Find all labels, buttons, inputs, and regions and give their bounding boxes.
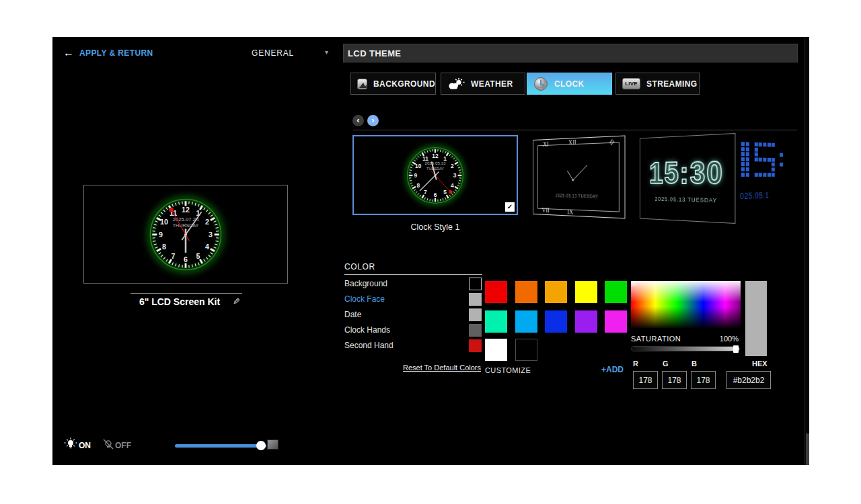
saturation-slider[interactable] [631,346,740,351]
preview-clock-day: THURSDAY [173,223,199,228]
svg-text:5: 5 [443,189,447,196]
tab-background-label: BACKGROUND [373,79,435,89]
live-icon: LIVE [622,78,640,89]
svg-text:9: 9 [159,230,163,238]
palette-swatch[interactable] [545,281,567,303]
reset-default-colors-link[interactable]: Reset To Default Colors [346,364,481,372]
g-input[interactable] [662,371,687,389]
general-dropdown[interactable]: GENERAL ▾ [241,45,328,61]
color-row-clock-hands[interactable]: Clock Hands [344,325,390,335]
backlight-on-icon[interactable] [64,437,77,455]
lcd-preview: 2025.07.24 THURSDAY 123456789101112 [83,185,288,284]
brightness-slider-thumb[interactable] [256,441,266,450]
svg-text:2: 2 [205,218,209,226]
palette-swatch[interactable] [605,310,627,333]
custom-swatch-empty[interactable] [515,339,537,361]
palette-swatch[interactable] [605,281,627,303]
carousel-prev-button[interactable]: ‹ [352,115,364,126]
tab-clock[interactable]: CLOCK [527,73,612,95]
saturation-slider-thumb[interactable] [733,345,739,353]
svg-text:2: 2 [451,162,454,169]
tab-background[interactable]: BACKGROUND [350,73,436,95]
digital-date: 2025.05.13 TUESDAY [654,196,717,204]
clock-icon [533,77,548,91]
apply-return-button[interactable]: ← APPLY & RETURN [63,48,153,58]
color-swatch-second-hand[interactable] [469,339,482,352]
device-label-divider [130,293,242,294]
svg-text:7: 7 [424,189,427,196]
svg-text:1: 1 [443,155,447,161]
svg-text:8: 8 [416,181,420,188]
clock-style-1-thumbnail[interactable]: 2025.05.13 TUESDAY 123456789101112 ✓ [352,135,518,215]
svg-text:4: 4 [205,243,209,251]
thumbnail-clock-preview: 2025.05.13 TUESDAY 123456789101112 [398,138,473,213]
color-swatch-date[interactable] [469,308,482,321]
color-swatch-clock-hands[interactable] [469,324,482,337]
color-section-divider [344,274,482,275]
svg-text:6: 6 [434,192,437,198]
svg-text:11: 11 [422,155,428,161]
hex-label: HEX [752,360,768,368]
device-name: 6" LCD Screen Kit [117,296,242,307]
hex-input[interactable] [726,371,771,389]
palette-swatch[interactable] [575,310,597,333]
brightness-slider[interactable] [175,444,266,448]
palette-swatch[interactable] [545,310,567,333]
color-row-date[interactable]: Date [344,310,361,319]
digital-time: 15:30 [649,153,724,192]
clock-style-4-thumbnail[interactable]: 025.05.1 [740,136,794,214]
tab-weather[interactable]: WEATHER [441,73,525,95]
current-color-bar [745,281,767,356]
preview-clock: 2025.07.24 THURSDAY 123456789101112 [138,187,233,282]
palette-swatch[interactable] [515,281,537,303]
svg-text:6: 6 [184,255,188,263]
chevron-down-icon: ▾ [325,48,328,56]
svg-text:8: 8 [162,243,166,251]
svg-text:10: 10 [415,162,422,169]
tab-streaming-label: STREAMING [646,79,698,89]
backlight-off-icon[interactable] [102,438,115,454]
clock-style-2-thumbnail[interactable]: XI XII II VII IX 2025.05.13 TUESDAY [533,136,625,219]
scrollbar-thumb[interactable] [806,433,809,465]
style-selected-checkbox[interactable]: ✓ [505,202,515,212]
color-swatch-background[interactable] [469,278,482,290]
gradient-marker[interactable] [632,282,636,286]
color-swatch-clock-face[interactable] [469,293,482,306]
carousel-next-button[interactable]: › [367,115,379,126]
color-row-background[interactable]: Background [344,279,387,288]
back-arrow-icon: ← [63,48,74,58]
add-color-button[interactable]: +ADD [601,365,624,374]
tab-streaming[interactable]: LIVE STREAMING [615,73,700,95]
color-section-title: COLOR [344,262,375,271]
clock-style-caption: Clock Style 1 [352,222,518,232]
svg-text:4: 4 [451,181,454,188]
panel-titlebar: LCD THEME [343,44,798,62]
clock-style-3-thumbnail[interactable]: 15:30 2025.05.13 TUESDAY [640,133,736,224]
app-window: ← APPLY & RETURN GENERAL ▾ LCD THEME BAC… [52,37,809,465]
brightness-end-box [267,439,278,450]
customize-label: CUSTOMIZE [485,366,531,374]
carousel-divider [353,130,797,130]
page-title: LCD THEME [344,48,401,58]
b-input[interactable] [691,371,716,389]
r-input[interactable] [633,371,658,389]
backlight-off-label: OFF [115,441,131,450]
pixel-date: 025.05.1 [740,191,794,201]
color-row-second-hand[interactable]: Second Hand [344,341,394,350]
thumbnail-clock-day: TUESDAY [426,166,444,170]
custom-swatch-white[interactable] [485,339,507,361]
color-row-clock-face[interactable]: Clock Face [344,294,385,304]
roman-clock-hands [533,136,625,218]
palette-swatch[interactable] [485,310,507,333]
palette-swatch[interactable] [485,281,507,303]
svg-text:9: 9 [414,172,418,179]
scrollbar[interactable] [804,37,809,465]
color-gradient-picker[interactable] [631,281,741,328]
palette-swatch[interactable] [515,310,537,333]
palette-swatch[interactable] [575,281,597,303]
edit-name-icon[interactable]: ✎ [233,296,240,306]
saturation-value: 100% [698,335,739,343]
pixel-time [741,142,792,186]
apply-return-label: APPLY & RETURN [79,48,153,58]
b-label: B [691,360,697,368]
